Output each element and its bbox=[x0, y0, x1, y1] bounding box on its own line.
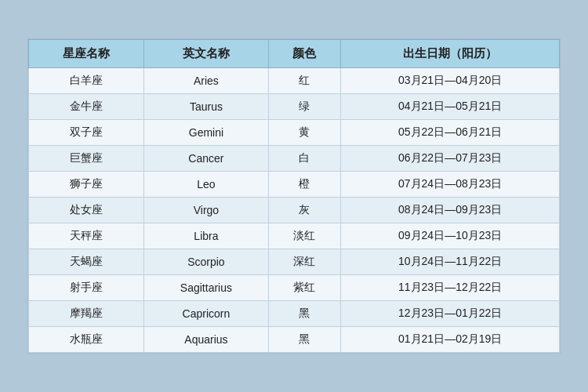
header-dates: 出生日期（阳历） bbox=[341, 40, 560, 68]
table-row: 天秤座Libra淡红09月24日—10月23日 bbox=[29, 223, 560, 249]
cell-english-name: Leo bbox=[144, 172, 268, 198]
table-header-row: 星座名称 英文名称 颜色 出生日期（阳历） bbox=[29, 40, 560, 68]
cell-dates: 10月24日—11月22日 bbox=[341, 249, 560, 275]
cell-dates: 03月21日—04月20日 bbox=[341, 68, 560, 94]
cell-color: 淡红 bbox=[268, 223, 341, 249]
table-row: 金牛座Taurus绿04月21日—05月21日 bbox=[29, 94, 560, 120]
cell-chinese-name: 双子座 bbox=[29, 120, 144, 146]
cell-english-name: Cancer bbox=[144, 146, 268, 172]
cell-chinese-name: 射手座 bbox=[29, 275, 144, 301]
cell-chinese-name: 白羊座 bbox=[29, 68, 144, 94]
cell-dates: 04月21日—05月21日 bbox=[341, 94, 560, 120]
header-color: 颜色 bbox=[268, 40, 341, 68]
table-row: 水瓶座Aquarius黑01月21日—02月19日 bbox=[29, 327, 560, 353]
cell-english-name: Virgo bbox=[144, 198, 268, 223]
cell-color: 黑 bbox=[268, 301, 341, 327]
cell-chinese-name: 巨蟹座 bbox=[29, 146, 144, 172]
header-english-name: 英文名称 bbox=[144, 40, 268, 68]
table-row: 摩羯座Capricorn黑12月23日—01月22日 bbox=[29, 301, 560, 327]
cell-dates: 12月23日—01月22日 bbox=[341, 301, 560, 327]
cell-chinese-name: 水瓶座 bbox=[29, 327, 144, 353]
cell-chinese-name: 处女座 bbox=[29, 198, 144, 223]
table-row: 狮子座Leo橙07月24日—08月23日 bbox=[29, 172, 560, 198]
cell-english-name: Gemini bbox=[144, 120, 268, 146]
cell-color: 红 bbox=[268, 68, 341, 94]
cell-dates: 09月24日—10月23日 bbox=[341, 223, 560, 249]
cell-color: 黑 bbox=[268, 327, 341, 353]
cell-english-name: Scorpio bbox=[144, 249, 268, 275]
table-row: 天蝎座Scorpio深红10月24日—11月22日 bbox=[29, 249, 560, 275]
cell-color: 白 bbox=[268, 146, 341, 172]
cell-english-name: Aries bbox=[144, 68, 268, 94]
cell-color: 灰 bbox=[268, 198, 341, 223]
zodiac-table-container: 星座名称 英文名称 颜色 出生日期（阳历） 白羊座Aries红03月21日—04… bbox=[27, 38, 561, 354]
cell-dates: 05月22日—06月21日 bbox=[341, 120, 560, 146]
cell-color: 深红 bbox=[268, 249, 341, 275]
cell-color: 黄 bbox=[268, 120, 341, 146]
table-row: 射手座Sagittarius紫红11月23日—12月22日 bbox=[29, 275, 560, 301]
cell-english-name: Libra bbox=[144, 223, 268, 249]
cell-chinese-name: 狮子座 bbox=[29, 172, 144, 198]
table-row: 白羊座Aries红03月21日—04月20日 bbox=[29, 68, 560, 94]
table-row: 双子座Gemini黄05月22日—06月21日 bbox=[29, 120, 560, 146]
cell-chinese-name: 摩羯座 bbox=[29, 301, 144, 327]
cell-color: 紫红 bbox=[268, 275, 341, 301]
table-body: 白羊座Aries红03月21日—04月20日金牛座Taurus绿04月21日—0… bbox=[29, 68, 560, 353]
cell-english-name: Sagittarius bbox=[144, 275, 268, 301]
cell-english-name: Aquarius bbox=[144, 327, 268, 353]
cell-chinese-name: 天蝎座 bbox=[29, 249, 144, 275]
zodiac-table: 星座名称 英文名称 颜色 出生日期（阳历） 白羊座Aries红03月21日—04… bbox=[28, 39, 560, 353]
cell-english-name: Taurus bbox=[144, 94, 268, 120]
cell-color: 橙 bbox=[268, 172, 341, 198]
cell-dates: 06月22日—07月23日 bbox=[341, 146, 560, 172]
header-chinese-name: 星座名称 bbox=[29, 40, 144, 68]
cell-color: 绿 bbox=[268, 94, 341, 120]
cell-english-name: Capricorn bbox=[144, 301, 268, 327]
cell-dates: 11月23日—12月22日 bbox=[341, 275, 560, 301]
table-row: 处女座Virgo灰08月24日—09月23日 bbox=[29, 198, 560, 223]
cell-chinese-name: 天秤座 bbox=[29, 223, 144, 249]
cell-dates: 01月21日—02月19日 bbox=[341, 327, 560, 353]
cell-chinese-name: 金牛座 bbox=[29, 94, 144, 120]
cell-dates: 07月24日—08月23日 bbox=[341, 172, 560, 198]
cell-dates: 08月24日—09月23日 bbox=[341, 198, 560, 223]
table-row: 巨蟹座Cancer白06月22日—07月23日 bbox=[29, 146, 560, 172]
